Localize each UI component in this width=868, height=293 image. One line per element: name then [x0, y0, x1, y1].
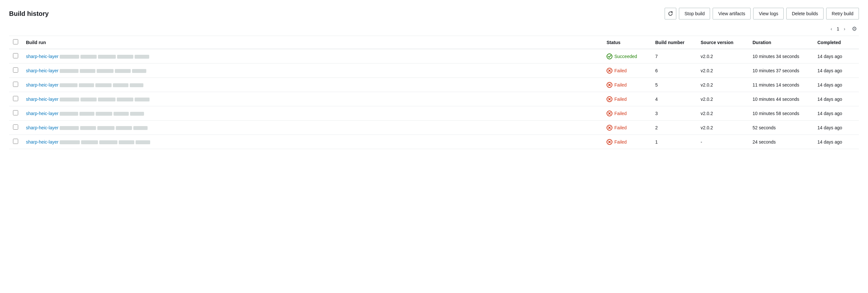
- row-checkbox[interactable]: [13, 110, 18, 116]
- failed-icon: [607, 82, 612, 88]
- build-run-link[interactable]: sharp-heic-layer: [26, 68, 58, 73]
- row-source-version: v2.0.2: [697, 121, 749, 135]
- table-settings-button[interactable]: ⚙: [850, 25, 859, 33]
- refresh-button[interactable]: [664, 8, 676, 20]
- redacted-text: [80, 126, 96, 130]
- row-source-version: v2.0.2: [697, 64, 749, 78]
- row-completed: 14 days ago: [813, 78, 859, 92]
- row-completed: 14 days ago: [813, 121, 859, 135]
- header-actions: Stop build View artifacts View logs Dele…: [664, 8, 859, 20]
- redacted-text: [60, 83, 78, 87]
- table-header-row: Build run Status Build number Source ver…: [9, 36, 859, 49]
- table-row: sharp-heic-layerSucceeded7v2.0.210 minut…: [9, 49, 859, 64]
- failed-icon: [607, 96, 612, 102]
- row-build-number: 6: [651, 64, 697, 78]
- pagination-prev-button[interactable]: ‹: [829, 26, 834, 32]
- table-row: sharp-heic-layerFailed5v2.0.211 minutes …: [9, 78, 859, 92]
- view-logs-button[interactable]: View logs: [753, 8, 784, 20]
- row-checkbox[interactable]: [13, 125, 18, 130]
- row-build-run: sharp-heic-layer: [22, 121, 603, 135]
- build-run-link[interactable]: sharp-heic-layer: [26, 54, 58, 59]
- row-checkbox[interactable]: [13, 67, 18, 73]
- build-run-link[interactable]: sharp-heic-layer: [26, 82, 58, 88]
- failed-icon: [607, 68, 612, 73]
- redacted-text: [60, 140, 80, 144]
- redacted-text: [130, 112, 144, 116]
- row-checkbox[interactable]: [13, 139, 18, 144]
- row-duration: 10 minutes 58 seconds: [749, 106, 813, 121]
- row-status: Failed: [603, 106, 651, 121]
- row-source-version: v2.0.2: [697, 92, 749, 106]
- header-source-version: Source version: [697, 36, 749, 49]
- row-completed: 14 days ago: [813, 49, 859, 64]
- row-build-number: 3: [651, 106, 697, 121]
- row-build-run: sharp-heic-layer: [22, 92, 603, 106]
- row-checkbox-cell: [9, 92, 22, 106]
- row-duration: 52 seconds: [749, 121, 813, 135]
- status-text: Failed: [614, 111, 627, 116]
- row-duration: 10 minutes 37 seconds: [749, 64, 813, 78]
- select-all-checkbox[interactable]: [13, 39, 18, 44]
- row-checkbox-cell: [9, 78, 22, 92]
- redacted-text: [97, 126, 115, 130]
- header-build-number: Build number: [651, 36, 697, 49]
- row-checkbox[interactable]: [13, 82, 18, 87]
- pagination-next-button[interactable]: ›: [842, 26, 847, 32]
- redacted-text: [60, 112, 78, 116]
- row-source-version: -: [697, 135, 749, 149]
- stop-build-button[interactable]: Stop build: [679, 8, 710, 20]
- redacted-text: [80, 112, 94, 116]
- redacted-text: [60, 69, 79, 73]
- row-checkbox[interactable]: [13, 53, 18, 58]
- redacted-text: [116, 126, 132, 130]
- row-source-version: v2.0.2: [697, 49, 749, 64]
- row-checkbox-cell: [9, 64, 22, 78]
- row-checkbox-cell: [9, 106, 22, 121]
- success-icon: [607, 54, 612, 59]
- row-build-number: 2: [651, 121, 697, 135]
- build-run-link[interactable]: sharp-heic-layer: [26, 97, 58, 102]
- row-completed: 14 days ago: [813, 64, 859, 78]
- header-duration: Duration: [749, 36, 813, 49]
- row-build-run: sharp-heic-layer: [22, 78, 603, 92]
- row-checkbox-cell: [9, 135, 22, 149]
- pagination-current-page: 1: [837, 26, 839, 31]
- redacted-text: [97, 69, 114, 73]
- redacted-text: [60, 98, 79, 101]
- redacted-text: [119, 140, 134, 144]
- redacted-text: [81, 98, 97, 101]
- header-row: Build history Stop build View artifacts …: [9, 8, 859, 20]
- row-build-run: sharp-heic-layer: [22, 106, 603, 121]
- status-text: Failed: [614, 97, 627, 102]
- redacted-text: [81, 140, 98, 144]
- header-status: Status: [603, 36, 651, 49]
- row-status: Failed: [603, 121, 651, 135]
- row-status: Failed: [603, 64, 651, 78]
- build-run-link[interactable]: sharp-heic-layer: [26, 125, 58, 130]
- build-run-link[interactable]: sharp-heic-layer: [26, 111, 58, 116]
- row-checkbox[interactable]: [13, 96, 18, 101]
- table-row: sharp-heic-layerFailed2v2.0.252 seconds1…: [9, 121, 859, 135]
- redacted-text: [81, 55, 97, 59]
- pagination-row: ‹ 1 › ⚙: [9, 25, 859, 33]
- redacted-text: [114, 112, 129, 116]
- failed-icon: [607, 139, 612, 145]
- header-checkbox-cell: [9, 36, 22, 49]
- build-run-link[interactable]: sharp-heic-layer: [26, 139, 58, 144]
- row-duration: 11 minutes 14 seconds: [749, 78, 813, 92]
- row-status: Failed: [603, 92, 651, 106]
- page-title: Build history: [9, 10, 49, 18]
- row-status: Succeeded: [603, 49, 651, 64]
- row-status: Failed: [603, 78, 651, 92]
- failed-icon: [607, 125, 612, 131]
- delete-builds-button[interactable]: Delete builds: [786, 8, 824, 20]
- redacted-text: [60, 55, 79, 59]
- row-build-number: 1: [651, 135, 697, 149]
- redacted-text: [135, 140, 150, 144]
- redacted-text: [98, 55, 116, 59]
- view-artifacts-button[interactable]: View artifacts: [713, 8, 751, 20]
- retry-build-button[interactable]: Retry build: [826, 8, 859, 20]
- row-source-version: v2.0.2: [697, 106, 749, 121]
- row-build-run: sharp-heic-layer: [22, 135, 603, 149]
- redacted-text: [113, 83, 128, 87]
